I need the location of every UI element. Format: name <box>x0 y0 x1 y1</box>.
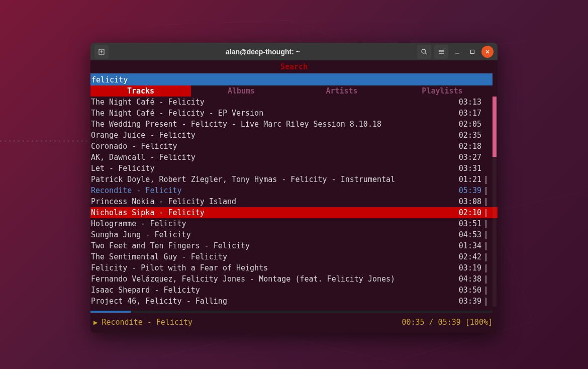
track-mark: | <box>481 207 491 218</box>
track-duration: 01:34 <box>454 240 481 251</box>
svg-point-3 <box>422 49 426 53</box>
track-duration: 01:21 <box>454 174 481 185</box>
tab-playlists[interactable]: Playlists <box>392 85 493 97</box>
svg-line-4 <box>425 53 427 54</box>
svg-rect-9 <box>471 50 474 53</box>
hamburger-menu-button[interactable] <box>434 45 448 59</box>
close-button[interactable] <box>481 46 494 58</box>
status-time: 00:35 / 05:39 [100%] <box>402 317 493 328</box>
track-duration: 04:38 <box>454 273 481 285</box>
search-heading: Search <box>90 60 498 73</box>
track-mark: | <box>481 262 491 273</box>
track-mark <box>481 130 491 141</box>
track-mark <box>481 141 491 152</box>
track-title: Orange Juice - Felicity <box>90 130 454 141</box>
new-tab-button[interactable] <box>94 45 109 59</box>
track-mark: | <box>481 273 491 285</box>
track-duration: 03:19 <box>454 262 481 273</box>
scrollbar-thumb[interactable] <box>493 97 497 157</box>
track-duration: 03:13 <box>454 97 481 108</box>
track-title: Two Feet and Ten Fingers - Felicity <box>90 240 454 251</box>
track-row[interactable]: Orange Juice - Felicity02:35 <box>90 130 498 141</box>
track-duration: 03:31 <box>454 163 481 174</box>
track-duration: 03:51 <box>454 218 481 229</box>
track-title: Project 46, Felicity - Falling <box>90 296 454 307</box>
window-title: alan@deep-thought: ~ <box>112 48 414 56</box>
tab-tracks[interactable]: Tracks <box>90 85 191 97</box>
track-title: Nicholas Sipka - Felicity <box>90 207 454 218</box>
search-input[interactable]: felicity <box>90 73 493 85</box>
track-duration: 02:05 <box>454 119 481 130</box>
track-mark: | <box>481 174 491 185</box>
track-title: Let - Felicity <box>90 163 454 174</box>
search-value: felicity <box>91 75 128 84</box>
terminal-window: alan@deep-thought: ~ Search felicity Tra… <box>90 43 498 333</box>
track-row[interactable]: Coronado - Felicity02:18 <box>90 141 498 152</box>
track-row[interactable]: The Night Café - Felicity03:13 <box>90 97 498 108</box>
tab-artists[interactable]: Artists <box>291 85 392 97</box>
cursor-icon <box>128 73 132 82</box>
track-mark: | <box>481 251 491 262</box>
minimize-button[interactable] <box>451 46 463 58</box>
track-row[interactable]: Sungha Jung - Felicity04:53| <box>90 229 498 240</box>
track-row[interactable]: Fernando Velázquez, Felicity Jones - Mon… <box>90 273 498 285</box>
terminal-body: Search felicity TracksAlbumsArtistsPlayl… <box>90 60 498 333</box>
search-button[interactable] <box>417 45 431 59</box>
track-duration: 03:50 <box>454 285 481 296</box>
track-row[interactable]: Isaac Shepard - Felicity03:50| <box>90 285 498 296</box>
track-mark: | <box>481 285 491 296</box>
track-mark <box>481 97 491 108</box>
track-title: The Wedding Present - Felicity - Live Ma… <box>90 119 454 130</box>
track-row[interactable]: Felicity - Pilot with a Fear of Heights0… <box>90 262 498 273</box>
track-duration: 05:39 <box>454 185 481 196</box>
play-icon: ▶ <box>93 317 97 328</box>
track-title: AK, Dawncall - Felicity <box>90 152 454 163</box>
track-title: The Sentimental Guy - Felicity <box>90 251 454 262</box>
track-row[interactable]: Hologramme - Felicity03:51| <box>90 218 498 229</box>
track-title: The Night Café - Felicity <box>90 97 454 108</box>
track-row[interactable]: AK, Dawncall - Felicity03:27 <box>90 152 498 163</box>
track-duration: 02:10 <box>454 207 481 218</box>
scrollbar[interactable] <box>493 97 497 307</box>
progress-fill <box>90 311 131 313</box>
track-title: Coronado - Felicity <box>90 141 454 152</box>
track-duration: 03:17 <box>454 108 481 119</box>
track-title: Isaac Shepard - Felicity <box>90 285 454 296</box>
track-mark <box>481 163 491 174</box>
tabs-row: TracksAlbumsArtistsPlaylists <box>90 85 493 97</box>
track-mark: | <box>481 240 491 251</box>
track-row[interactable]: Nicholas Sipka - Felicity02:10| <box>90 207 498 218</box>
track-title: Patrick Doyle, Robert Ziegler, Tony Hyma… <box>90 174 454 185</box>
track-title: Hologramme - Felicity <box>90 218 454 229</box>
track-duration: 02:35 <box>454 130 481 141</box>
track-mark <box>481 119 491 130</box>
tab-albums[interactable]: Albums <box>191 85 291 97</box>
track-row[interactable]: Princess Nokia - Felicity Island03:08| <box>90 196 498 207</box>
track-title: Princess Nokia - Felicity Island <box>90 196 454 207</box>
track-mark <box>481 108 491 119</box>
maximize-button[interactable] <box>466 46 478 58</box>
now-playing: Recondite - Felicity <box>102 317 398 328</box>
track-mark: | <box>481 296 491 307</box>
titlebar: alan@deep-thought: ~ <box>90 43 498 60</box>
track-row[interactable]: The Night Café - Felicity - EP Version03… <box>90 108 498 119</box>
track-title: Fernando Velázquez, Felicity Jones - Mon… <box>90 273 454 285</box>
track-title: Felicity - Pilot with a Fear of Heights <box>90 262 454 273</box>
track-row[interactable]: The Wedding Present - Felicity - Live Ma… <box>90 119 498 130</box>
track-mark <box>481 152 491 163</box>
track-title: Recondite - Felicity <box>90 185 454 196</box>
track-row[interactable]: Recondite - Felicity05:39| <box>90 185 498 196</box>
track-mark: | <box>481 196 491 207</box>
progress-bar[interactable] <box>90 311 493 313</box>
track-row[interactable]: Let - Felicity03:31 <box>90 163 498 174</box>
status-bar: ▶ Recondite - Felicity 00:35 / 05:39 [10… <box>90 313 498 333</box>
track-row[interactable]: Patrick Doyle, Robert Ziegler, Tony Hyma… <box>90 174 498 185</box>
track-row[interactable]: Two Feet and Ten Fingers - Felicity01:34… <box>90 240 498 251</box>
track-row[interactable]: Project 46, Felicity - Falling03:39| <box>90 296 498 307</box>
track-mark: | <box>481 185 491 196</box>
track-duration: 03:08 <box>454 196 481 207</box>
track-duration: 03:39 <box>454 296 481 307</box>
track-title: The Night Café - Felicity - EP Version <box>90 108 454 119</box>
track-mark: | <box>481 229 491 240</box>
track-row[interactable]: The Sentimental Guy - Felicity02:42| <box>90 251 498 262</box>
